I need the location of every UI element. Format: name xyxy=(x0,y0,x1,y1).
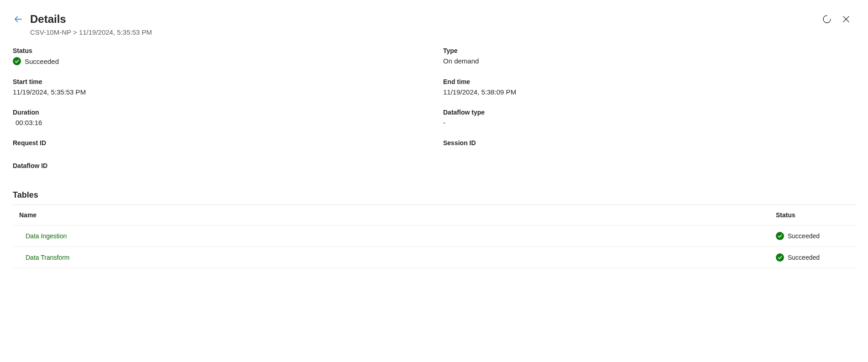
prop-label: End time xyxy=(443,78,855,85)
prop-value: - xyxy=(443,119,855,126)
col-header-name: Name xyxy=(19,211,776,219)
table-cell-name[interactable]: Data Ingestion xyxy=(19,232,776,240)
prop-value: Succeeded xyxy=(25,58,59,65)
prop-request-id: Request ID xyxy=(13,139,425,149)
tables-list: Name Status Data Ingestion Succeeded Dat… xyxy=(13,205,855,268)
table-cell-name[interactable]: Data Transform xyxy=(19,254,776,261)
prop-label: Request ID xyxy=(13,139,425,147)
prop-type: Type On demand xyxy=(443,47,855,65)
table-header-row: Name Status xyxy=(13,205,855,226)
prop-duration: Duration 00:03:16 xyxy=(13,109,425,126)
prop-label: Status xyxy=(13,47,425,54)
prop-label: Start time xyxy=(13,78,425,85)
prop-value: On demand xyxy=(443,57,855,65)
breadcrumb: CSV-10M-NP > 11/19/2024, 5:35:53 PM xyxy=(30,28,855,36)
table-cell-status: Succeeded xyxy=(776,253,849,262)
prop-session-id: Session ID xyxy=(443,139,855,149)
refresh-button[interactable] xyxy=(821,14,832,25)
prop-label: Session ID xyxy=(443,139,855,147)
prop-value: 11/19/2024, 5:35:53 PM xyxy=(13,88,425,96)
prop-label: Type xyxy=(443,47,855,54)
prop-value: 00:03:16 xyxy=(13,119,425,126)
prop-status: Status Succeeded xyxy=(13,47,425,65)
breadcrumb-separator: > xyxy=(73,28,77,36)
prop-start-time: Start time 11/19/2024, 5:35:53 PM xyxy=(13,78,425,96)
col-header-status: Status xyxy=(776,211,849,219)
breadcrumb-timestamp: 11/19/2024, 5:35:53 PM xyxy=(79,28,152,36)
status-text: Succeeded xyxy=(788,254,820,261)
prop-dataflow-type: Dataflow type - xyxy=(443,109,855,126)
prop-end-time: End time 11/19/2024, 5:38:09 PM xyxy=(443,78,855,96)
tables-section-title: Tables xyxy=(13,190,855,200)
table-row: Data Ingestion Succeeded xyxy=(13,226,855,247)
prop-value: 11/19/2024, 5:38:09 PM xyxy=(443,88,855,96)
back-button[interactable] xyxy=(13,14,24,25)
check-circle-icon xyxy=(776,232,784,240)
prop-dataflow-id: Dataflow ID xyxy=(13,162,425,172)
prop-label: Duration xyxy=(13,109,425,116)
prop-label: Dataflow type xyxy=(443,109,855,116)
table-row: Data Transform Succeeded xyxy=(13,247,855,268)
check-circle-icon xyxy=(13,57,21,65)
table-cell-status: Succeeded xyxy=(776,232,849,240)
prop-label: Dataflow ID xyxy=(13,162,425,169)
page-title: Details xyxy=(30,13,66,26)
status-text: Succeeded xyxy=(788,232,820,240)
breadcrumb-source: CSV-10M-NP xyxy=(30,28,71,36)
check-circle-icon xyxy=(776,253,784,262)
close-button[interactable] xyxy=(841,14,852,25)
